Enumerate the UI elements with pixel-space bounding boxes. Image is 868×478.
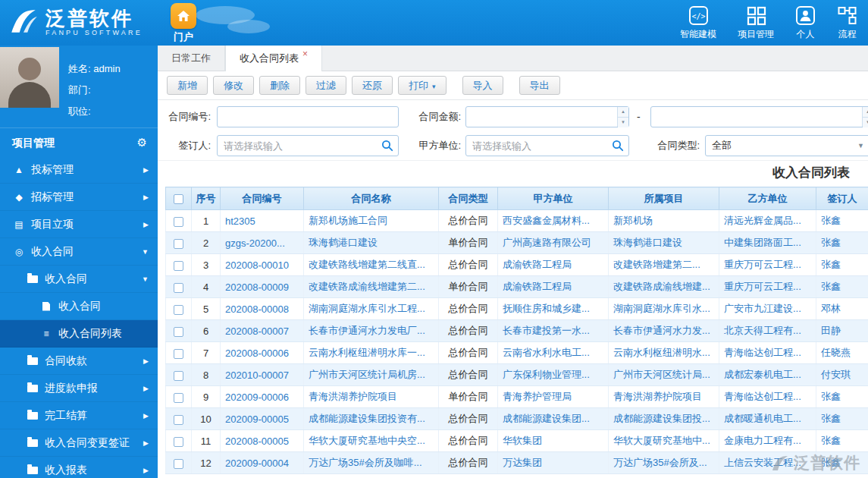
spin-up-icon[interactable]: ▲ (618, 107, 628, 118)
cell-link[interactable]: 万达广场35#会所及咖啡... (309, 457, 422, 468)
cell-link[interactable]: 青海洪湖养护院项目 (613, 391, 702, 402)
cell-link[interactable]: 202009-00005 (225, 414, 289, 425)
nav-project-management[interactable]: 项目管理 (738, 5, 774, 41)
column-header[interactable]: 序号 (192, 187, 221, 210)
delete-button[interactable]: 删除 (259, 76, 300, 95)
cell-link[interactable]: 华软大厦研究基地中... (613, 435, 710, 446)
cell-link[interactable]: 湖南洞庭湖水库引水工程... (309, 303, 425, 314)
cell-link[interactable]: 改建铁路成渝线增建... (613, 281, 710, 292)
cell-link[interactable]: 华软大厦研究基地中央空... (309, 435, 425, 446)
cell-link[interactable]: 广东保利物业管理... (503, 369, 590, 380)
cell-link[interactable]: 广州高速路有限公司 (503, 237, 591, 248)
cell-link[interactable]: 202010-00007 (225, 370, 289, 381)
cell-link[interactable]: 西安盛鑫金属材料... (503, 215, 590, 226)
add-button[interactable]: 新增 (167, 76, 208, 95)
amount-max-input[interactable] (650, 106, 868, 127)
cell-link[interactable]: 湖南洞庭湖水库引水... (613, 303, 710, 314)
cell-link[interactable]: 202008-00007 (225, 325, 289, 337)
contract-no-input[interactable] (217, 106, 399, 127)
cell-link[interactable]: 青海临达创工程... (724, 347, 801, 358)
cell-link[interactable]: 抚顺住房和城乡建... (503, 303, 590, 314)
table-row[interactable]: 11202008-00005华软大厦研究基地中央空...总价合同华软集团华软大厦… (166, 430, 868, 452)
cell-link[interactable]: 改建铁路线增建第二线直... (309, 259, 425, 270)
column-header[interactable]: 合同名称 (304, 187, 439, 210)
cell-link[interactable]: 田静 (821, 325, 841, 336)
cell-link[interactable]: 青海洪湖养护院项目 (309, 391, 397, 402)
sidebar-item-income-contract[interactable]: ◎收入合同▼ (0, 238, 158, 266)
row-checkbox[interactable] (174, 217, 183, 227)
cell-link[interactable]: 长春市伊通河水力发电厂... (309, 325, 425, 336)
cell-link[interactable]: 广州市天河区统计局... (613, 369, 710, 380)
cell-link[interactable]: 成渝铁路工程局 (503, 259, 572, 270)
filter-button[interactable]: 过滤 (306, 76, 346, 95)
cell-link[interactable]: 邓林 (821, 303, 841, 314)
cell-link[interactable]: 重庆万可云工程... (724, 281, 801, 292)
table-row[interactable]: 3202008-00010改建铁路线增建第二线直...总价合同成渝铁路工程局改建… (166, 254, 868, 276)
gear-icon[interactable]: ⚙ (137, 128, 147, 157)
table-row[interactable]: 10202009-00005成都能源建设集团投资有...总价合同成都能源建设集团… (166, 408, 868, 430)
import-button[interactable]: 导入 (462, 76, 503, 95)
cell-link[interactable]: 长春市建投第一水... (503, 325, 590, 336)
row-checkbox[interactable] (174, 371, 183, 381)
sidebar-item-project-initiation[interactable]: ▤项目立项▶ (0, 211, 158, 238)
cell-link[interactable]: 张鑫 (821, 259, 841, 270)
row-checkbox[interactable] (174, 239, 183, 249)
sidebar-item-income-reports[interactable]: 收入报表▶ (0, 457, 158, 478)
spin-up-icon[interactable]: ▲ (863, 107, 868, 118)
row-checkbox[interactable] (174, 437, 183, 447)
row-checkbox[interactable] (174, 305, 183, 315)
cell-link[interactable]: 202008-00008 (225, 303, 289, 315)
export-button[interactable]: 导出 (519, 76, 560, 95)
column-header[interactable]: 合同编号 (221, 187, 304, 210)
sidebar-item-income-contract-list[interactable]: ≡收入合同列表 (0, 320, 158, 347)
cell-link[interactable]: 新郑机场 (613, 215, 653, 226)
number-spinner[interactable]: ▲▼ (617, 107, 628, 127)
cell-link[interactable]: 202009-00004 (225, 458, 289, 469)
spin-down-icon[interactable]: ▼ (863, 118, 868, 127)
cell-link[interactable]: 张鑫 (821, 413, 841, 424)
table-row[interactable]: 8202010-00007广州市天河区统计局机房...总价合同广东保利物业管理.… (166, 364, 868, 386)
sidebar-item-bid-management[interactable]: ▲投标管理▶ (0, 156, 158, 184)
cell-link[interactable]: 202009-00006 (225, 392, 289, 403)
cell-link[interactable]: 成都能源建设集团... (503, 413, 590, 424)
contract-type-select[interactable]: 全部 ▼ (705, 135, 868, 156)
sidebar-item-progress-payment[interactable]: 进度款申报▶ (0, 375, 158, 402)
cell-link[interactable]: 张鑫 (821, 237, 841, 248)
sidebar-item-tender-management[interactable]: ◆招标管理▶ (0, 184, 158, 211)
cell-link[interactable]: 珠海鹤港口建设 (613, 237, 682, 248)
close-icon[interactable]: × (302, 49, 308, 59)
print-button[interactable]: 打印▾ (398, 76, 447, 95)
row-checkbox[interactable] (174, 393, 183, 403)
cell-link[interactable]: 青海临达创工程... (724, 391, 801, 402)
table-row[interactable]: 9202009-00006青海洪湖养护院项目单价合同青海养护管理局青海洪湖养护院… (166, 386, 868, 408)
cell-link[interactable]: 万达集团 (503, 457, 542, 468)
edit-button[interactable]: 修改 (213, 76, 254, 95)
cell-link[interactable]: 张鑫 (821, 281, 841, 292)
cell-link[interactable]: 张鑫 (821, 435, 841, 446)
table-row[interactable]: 5202008-00008湖南洞庭湖水库引水工程...总价合同抚顺住房和城乡建.… (166, 298, 868, 320)
nav-smart-modeling[interactable]: </> 智能建模 (680, 5, 716, 41)
cell-link[interactable]: 202008-00010 (225, 259, 289, 271)
tab-income-contract-list[interactable]: 收入合同列表× (225, 46, 322, 71)
cell-link[interactable]: 202008-00006 (225, 347, 289, 359)
number-spinner[interactable]: ▲▼ (862, 107, 868, 127)
amount-min-input[interactable] (465, 106, 629, 127)
portal-button[interactable]: 门户 (165, 3, 202, 44)
cell-link[interactable]: ht2305 (225, 215, 255, 227)
row-checkbox[interactable] (174, 415, 183, 425)
table-row[interactable]: 7202008-00006云南水利枢纽潜明水库一...总价合同云南省水利水电工.… (166, 342, 868, 364)
sidebar-item-income-contract-sub[interactable]: 收入合同▼ (0, 266, 158, 293)
party-a-input[interactable] (465, 135, 629, 156)
sidebar-item-contract-change-visa[interactable]: 收入合同变更签证▶ (0, 429, 158, 457)
cell-link[interactable]: gzgs-20200... (225, 237, 285, 249)
cell-link[interactable]: 改建铁路成渝线增建第二... (309, 281, 425, 292)
cell-link[interactable]: 云南水利枢纽潜明水... (613, 347, 710, 358)
table-row[interactable]: 6202008-00007长春市伊通河水力发电厂...总价合同长春市建投第一水.… (166, 320, 868, 342)
cell-link[interactable]: 华软集团 (503, 435, 542, 446)
column-header[interactable]: 甲方单位 (498, 187, 609, 210)
cell-link[interactable]: 改建铁路增建第二... (613, 259, 700, 270)
sidebar-item-income-contract-leaf[interactable]: 收入合同 (0, 293, 158, 320)
cell-link[interactable]: 张鑫 (821, 391, 841, 402)
sidebar-item-contract-receipts[interactable]: 合同收款▶ (0, 347, 158, 375)
cell-link[interactable]: 付安琪 (821, 369, 851, 380)
